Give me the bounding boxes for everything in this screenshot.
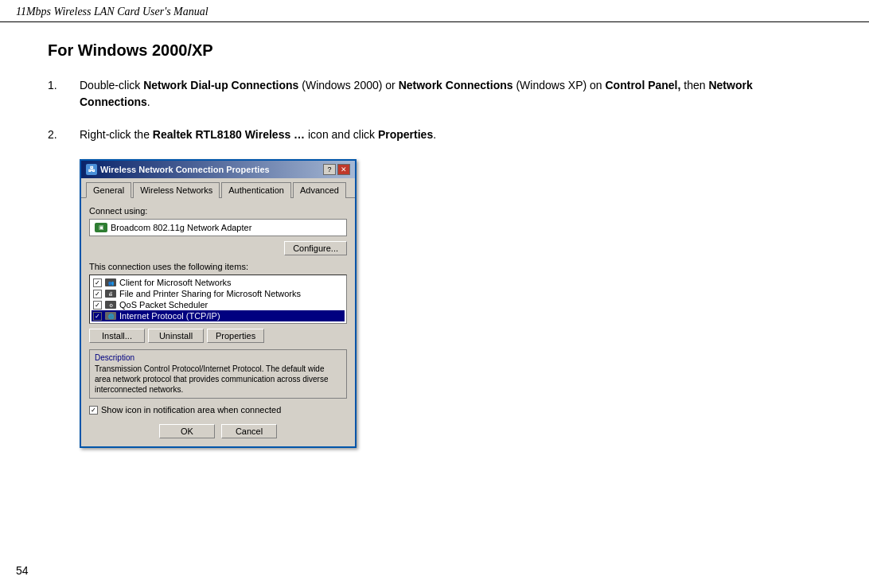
dialog-tabs: General Wireless Networks Authentication…: [81, 178, 355, 198]
items-list: ✓ 👥 Client for Microsoft Networks ✓ 🖨 Fi…: [89, 275, 347, 324]
step-2-text: Right-click the Realtek RTL8180 Wireless…: [80, 127, 821, 143]
list-item-tcpip: ✓ 🌐 Internet Protocol (TCP/IP): [92, 310, 345, 321]
main-content: For Windows 2000/XP 1. Double-click Netw…: [0, 22, 869, 464]
tcpip-icon: 🌐: [105, 312, 116, 320]
dialog-body: Connect using: ▣ Broadcom 802.11g Networ…: [81, 198, 355, 446]
step-1-number: 1.: [48, 77, 80, 111]
ok-button[interactable]: OK: [159, 424, 215, 438]
list-item-qos: ✓ ⚙ QoS Packet Scheduler: [92, 299, 345, 310]
dialog-container: 🖧 Wireless Network Connection Properties…: [80, 159, 821, 448]
help-button[interactable]: ?: [323, 164, 336, 175]
client-label: Client for Microsoft Networks: [119, 278, 232, 287]
checkbox-client[interactable]: ✓: [93, 278, 102, 287]
checkbox-qos[interactable]: ✓: [93, 301, 102, 310]
tab-advanced[interactable]: Advanced: [293, 182, 346, 198]
show-icon-label: Show icon in notification area when conn…: [101, 405, 281, 415]
section-title: For Windows 2000/XP: [48, 41, 821, 60]
close-button[interactable]: ✕: [337, 164, 350, 175]
properties-dialog: 🖧 Wireless Network Connection Properties…: [80, 159, 357, 448]
tcpip-label: Internet Protocol (TCP/IP): [119, 311, 220, 321]
cancel-button[interactable]: Cancel: [221, 424, 277, 438]
checkbox-tcpip[interactable]: ✓: [93, 312, 102, 321]
connection-items-label: This connection uses the following items…: [89, 262, 347, 271]
file-sharing-label: File and Printer Sharing for Microsoft N…: [119, 289, 301, 298]
configure-button[interactable]: Configure...: [284, 241, 347, 255]
header-text: 11Mbps Wireless LAN Card User's Manual: [16, 6, 208, 18]
install-uninstall-row: Install... Uninstall Properties: [89, 329, 347, 343]
description-text: Transmission Control Protocol/Internet P…: [95, 364, 341, 395]
description-title: Description: [95, 353, 341, 362]
dialog-titlebar: 🖧 Wireless Network Connection Properties…: [81, 161, 355, 178]
dialog-title-icon: 🖧: [86, 164, 97, 175]
description-box: Description Transmission Control Protoco…: [89, 349, 347, 399]
show-icon-row: ✓ Show icon in notification area when co…: [89, 405, 347, 415]
dialog-title-left: 🖧 Wireless Network Connection Properties: [86, 164, 270, 175]
tab-authentication[interactable]: Authentication: [221, 182, 291, 198]
file-sharing-icon: 🖨: [105, 290, 116, 298]
qos-icon: ⚙: [105, 301, 116, 309]
list-item-file-sharing: ✓ 🖨 File and Printer Sharing for Microso…: [92, 288, 345, 299]
tab-wireless-networks[interactable]: Wireless Networks: [133, 182, 220, 198]
properties-button[interactable]: Properties: [207, 329, 264, 343]
step-2-number: 2.: [48, 127, 80, 143]
step-2: 2. Right-click the Realtek RTL8180 Wirel…: [48, 127, 821, 143]
adapter-icon: ▣: [95, 223, 107, 232]
adapter-name: Broadcom 802.11g Network Adapter: [111, 223, 251, 232]
uninstall-button[interactable]: Uninstall: [148, 329, 204, 343]
page-number: 54: [16, 564, 29, 577]
connect-using-label: Connect using:: [89, 206, 347, 216]
step-1-text: Double-click Network Dial-up Connections…: [80, 77, 821, 111]
steps-list: 1. Double-click Network Dial-up Connecti…: [48, 77, 821, 143]
header: 11Mbps Wireless LAN Card User's Manual: [0, 0, 869, 22]
qos-label: QoS Packet Scheduler: [119, 300, 208, 310]
list-item-client: ✓ 👥 Client for Microsoft Networks: [92, 277, 345, 288]
show-icon-checkbox[interactable]: ✓: [89, 406, 98, 415]
configure-row: Configure...: [89, 241, 347, 255]
adapter-box: ▣ Broadcom 802.11g Network Adapter: [89, 219, 347, 236]
tab-general[interactable]: General: [86, 182, 131, 198]
install-button[interactable]: Install...: [89, 329, 145, 343]
checkbox-file-sharing[interactable]: ✓: [93, 290, 102, 298]
client-icon: 👥: [105, 278, 116, 286]
dialog-title-buttons[interactable]: ? ✕: [323, 164, 350, 175]
step-1: 1. Double-click Network Dial-up Connecti…: [48, 77, 821, 111]
dialog-title-text: Wireless Network Connection Properties: [100, 165, 270, 174]
ok-cancel-row: OK Cancel: [89, 421, 347, 440]
